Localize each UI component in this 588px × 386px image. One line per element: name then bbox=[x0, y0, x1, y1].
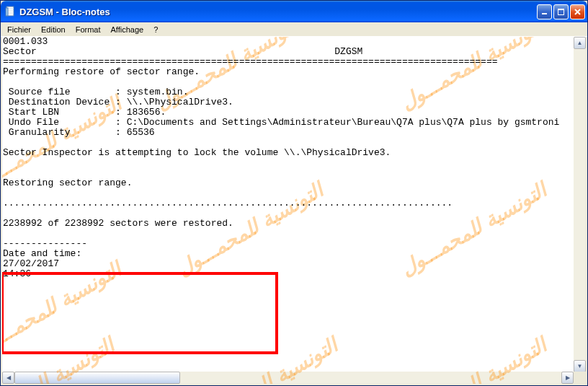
menu-view[interactable]: Affichage bbox=[106, 24, 149, 35]
menu-help[interactable]: ? bbox=[148, 24, 163, 35]
window-controls bbox=[537, 4, 585, 19]
menu-bar: Fichier Edition Format Affichage ? bbox=[1, 22, 587, 37]
close-button[interactable] bbox=[570, 4, 585, 19]
client-area: التونسية للمحمـــول التونسية للمحمـــول … bbox=[1, 37, 587, 385]
minimize-button[interactable] bbox=[537, 4, 552, 19]
scroll-right-button[interactable]: ▶ bbox=[561, 372, 574, 384]
app-icon bbox=[5, 6, 17, 17]
menu-edit[interactable]: Edition bbox=[36, 24, 71, 35]
svg-rect-2 bbox=[542, 13, 547, 14]
highlight-annotation bbox=[2, 272, 278, 354]
window-title: DZGSM - Bloc-notes bbox=[19, 6, 537, 17]
scroll-thumb[interactable] bbox=[14, 372, 180, 384]
scroll-left-button[interactable]: ◀ bbox=[2, 372, 14, 384]
text-area[interactable]: التونسية للمحمـــول التونسية للمحمـــول … bbox=[2, 37, 586, 384]
menu-format[interactable]: Format bbox=[71, 24, 106, 35]
titlebar[interactable]: DZGSM - Bloc-notes bbox=[1, 1, 587, 22]
svg-rect-4 bbox=[558, 9, 564, 10]
scroll-down-button[interactable]: ▼ bbox=[574, 360, 586, 372]
maximize-button[interactable] bbox=[553, 4, 569, 19]
text-content[interactable]: 0001.033 Sector DZGSM ==================… bbox=[2, 37, 586, 279]
svg-rect-1 bbox=[6, 8, 8, 16]
scrollbar-corner bbox=[574, 372, 586, 384]
horizontal-scrollbar[interactable]: ◀ ▶ bbox=[2, 372, 574, 384]
notepad-window: DZGSM - Bloc-notes Fichier Edition Forma… bbox=[0, 0, 588, 386]
menu-file[interactable]: Fichier bbox=[2, 24, 36, 35]
